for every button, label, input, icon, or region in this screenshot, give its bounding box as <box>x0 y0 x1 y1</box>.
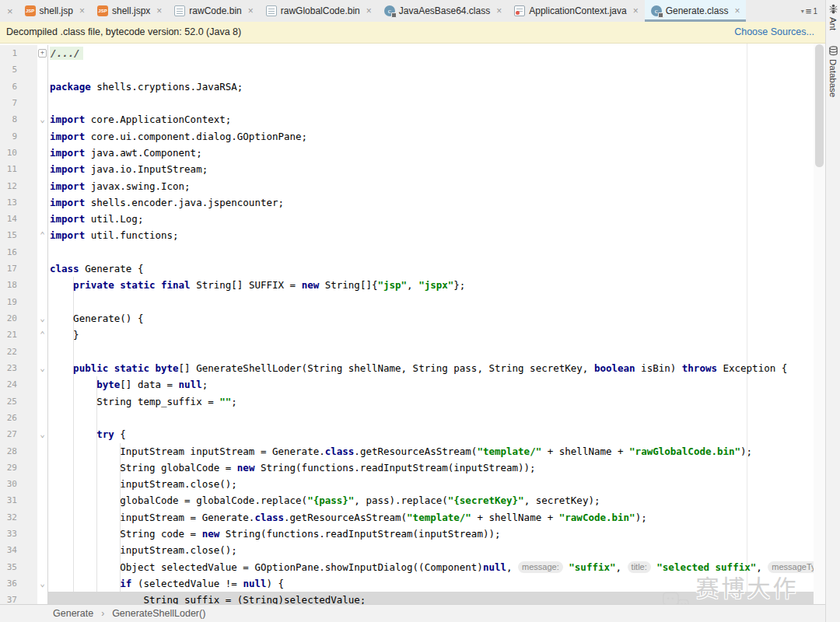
tab-close-icon[interactable]: × <box>156 5 162 16</box>
code-text: private static final String[] SUFFIX = n… <box>48 277 814 293</box>
fold-cell: ⌄ <box>37 575 48 592</box>
code-text: if (selectedValue != null) { <box>48 575 814 592</box>
tab-applicationcontext-java[interactable]: ApplicationContext.java× <box>508 0 644 22</box>
tab-label: Generate.class <box>666 5 729 16</box>
tab-close-icon[interactable]: × <box>734 5 740 16</box>
code-line-9[interactable]: 9import core.ui.component.dialog.GOption… <box>0 128 814 145</box>
tool-button-ant[interactable]: Ant <box>828 4 838 30</box>
code-text: inputStream.close(); <box>48 476 814 492</box>
fold-cell: ⌃ <box>37 227 48 243</box>
line-number: 14 <box>0 211 37 227</box>
fold-down-icon[interactable]: ⌄ <box>40 116 45 124</box>
code-line-29[interactable]: 29 String globalCode = new String(functi… <box>0 460 814 476</box>
fold-down-icon[interactable]: ⌄ <box>40 365 45 372</box>
text-file-icon <box>266 5 277 16</box>
tab-label: ApplicationContext.java <box>529 5 626 16</box>
line-number: 22 <box>0 344 37 360</box>
code-line-23[interactable]: 23⌄ public static byte[] GenerateShellLo… <box>0 360 814 376</box>
fold-down-icon[interactable]: ⌄ <box>40 580 45 588</box>
code-line-11[interactable]: 11import java.io.InputStream; <box>0 161 814 177</box>
code-line-24[interactable]: 24 byte[] data = null; <box>0 376 814 393</box>
fold-cell: ⌄ <box>37 426 48 442</box>
breadcrumb-item-method[interactable]: GenerateShellLoder() <box>112 608 205 619</box>
fold-up-icon[interactable]: ⌃ <box>40 331 45 339</box>
code-line-1[interactable]: 1+/.../ <box>0 45 814 61</box>
code-line-13[interactable]: 13import shells.encoder.java.jspencounte… <box>0 194 814 211</box>
code-line-33[interactable]: 33 String code = new String(functions.re… <box>0 526 814 542</box>
code-line-27[interactable]: 27⌄ try { <box>0 426 814 442</box>
code-line-36[interactable]: 36⌄ if (selectedValue != null) { <box>0 575 814 592</box>
tool-button-label: Database <box>828 59 838 97</box>
tab-close-icon[interactable]: × <box>248 5 254 16</box>
tab-close-icon[interactable]: × <box>366 5 372 16</box>
code-line-32[interactable]: 32 inputStream = Generate.class.getResou… <box>0 509 814 526</box>
tab-label: JavaAesBase64.class <box>399 5 490 16</box>
tool-button-database[interactable]: Database <box>828 46 838 97</box>
fold-cell <box>37 79 48 95</box>
code-text: String suffix = (String)selectedValue; <box>48 592 814 604</box>
code-text: Object selectedValue = GOptionPane.showI… <box>48 559 814 575</box>
tab-shell-jsp[interactable]: JSPshell.jsp× <box>19 0 91 22</box>
tab-shell-jspx[interactable]: JSPshell.jspx× <box>91 0 168 22</box>
tab-javaaesbase64-class[interactable]: cJavaAesBase64.class× <box>378 0 508 22</box>
code-line-21[interactable]: 21⌃ } <box>0 327 814 343</box>
fold-cell <box>37 211 48 227</box>
code-line-15[interactable]: 15⌃import util.functions; <box>0 227 814 243</box>
tab-close-icon[interactable]: × <box>633 5 639 16</box>
code-line-6[interactable]: 6package shells.cryptions.JavaRSA; <box>0 79 814 95</box>
code-line-16[interactable]: 16 <box>0 244 814 260</box>
line-number: 26 <box>0 410 37 426</box>
code-editor[interactable]: 1+/.../56package shells.cryptions.JavaRS… <box>0 44 814 604</box>
code-text: import java.io.InputStream; <box>48 161 814 177</box>
line-number: 23 <box>0 360 37 376</box>
hidden-tabs-dropdown[interactable]: ▾ ≡ 1 <box>798 0 825 22</box>
editor-scrollbar[interactable] <box>814 44 825 604</box>
code-line-5[interactable]: 5 <box>0 61 814 78</box>
code-line-12[interactable]: 12import javax.swing.Icon; <box>0 178 814 194</box>
line-number: 35 <box>0 559 37 575</box>
decompiler-banner: Decompiled .class file, bytecode version… <box>0 22 825 44</box>
code-line-14[interactable]: 14import util.Log; <box>0 211 814 227</box>
tab-close-icon[interactable]: × <box>496 5 502 16</box>
tab-close-icon[interactable]: × <box>79 5 85 16</box>
tab-rawglobalcode-bin[interactable]: rawGlobalCode.bin× <box>260 0 378 22</box>
code-line-26[interactable]: 26 <box>0 410 814 426</box>
line-number: 25 <box>0 393 37 410</box>
code-line-20[interactable]: 20⌄ Generate() { <box>0 310 814 327</box>
fold-plus-icon[interactable]: + <box>38 49 47 58</box>
fold-up-icon[interactable]: ⌃ <box>40 232 45 239</box>
code-line-19[interactable]: 19 <box>0 294 814 310</box>
fold-cell <box>37 492 48 508</box>
code-line-17[interactable]: 17class Generate { <box>0 260 814 277</box>
line-number: 18 <box>0 277 37 293</box>
tabs-container: JSPshell.jsp×JSPshell.jspx×rawCode.bin×r… <box>19 0 798 22</box>
text-file-icon <box>174 5 185 16</box>
line-number: 6 <box>0 79 37 95</box>
code-line-35[interactable]: 35 Object selectedValue = GOptionPane.sh… <box>0 559 814 575</box>
code-line-31[interactable]: 31 globalCode = globalCode.replace("{pas… <box>0 492 814 508</box>
code-line-37[interactable]: 37 String suffix = (String)selectedValue… <box>0 592 814 604</box>
fold-cell <box>37 559 48 575</box>
fold-down-icon[interactable]: ⌄ <box>40 315 45 323</box>
code-line-18[interactable]: 18 private static final String[] SUFFIX … <box>0 277 814 293</box>
scrollbar-thumb[interactable] <box>815 44 824 167</box>
code-line-30[interactable]: 30 inputStream.close(); <box>0 476 814 492</box>
code-line-8[interactable]: 8⌄import core.ApplicationContext; <box>0 111 814 128</box>
code-line-7[interactable]: 7 <box>0 95 814 111</box>
code-line-28[interactable]: 28 InputStream inputStream = Generate.cl… <box>0 443 814 460</box>
fold-down-icon[interactable]: ⌄ <box>40 431 45 439</box>
code-line-22[interactable]: 22 <box>0 344 814 360</box>
fold-cell <box>37 376 48 393</box>
tab-rawcode-bin[interactable]: rawCode.bin× <box>168 0 259 22</box>
code-line-10[interactable]: 10import java.awt.Component; <box>0 145 814 161</box>
choose-sources-link[interactable]: Choose Sources... <box>734 22 814 43</box>
code-line-34[interactable]: 34 inputStream.close(); <box>0 542 814 558</box>
code-line-25[interactable]: 25 String temp_suffix = ""; <box>0 393 814 410</box>
line-number: 5 <box>0 61 37 78</box>
fold-cell <box>37 592 48 604</box>
clipped-tab-close-icon[interactable]: × <box>0 5 19 17</box>
breadcrumb-item-class[interactable]: Generate <box>53 608 93 619</box>
line-number: 13 <box>0 194 37 211</box>
tab-label: shell.jspx <box>112 5 150 16</box>
tab-generate-class[interactable]: cGenerate.class× <box>645 0 747 22</box>
